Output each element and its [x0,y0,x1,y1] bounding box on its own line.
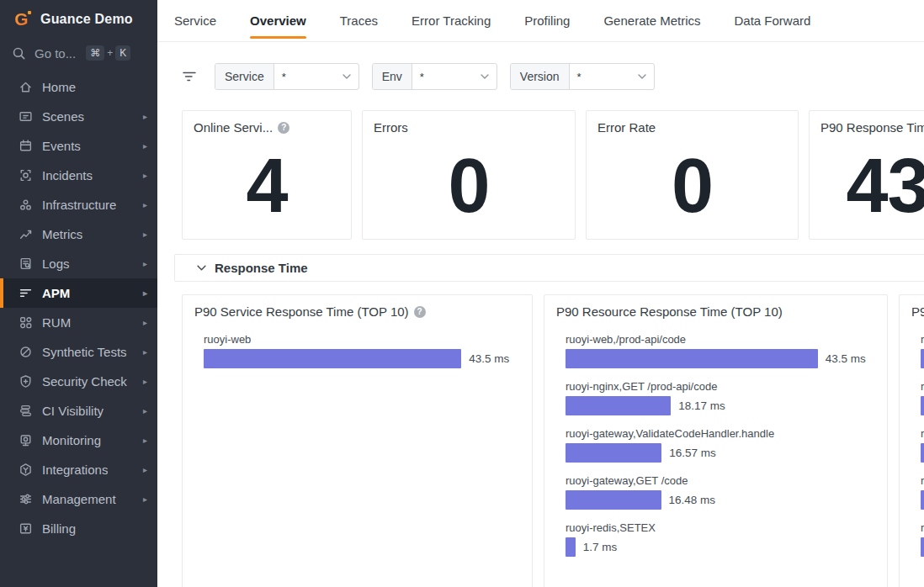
goto-search[interactable]: Go to... ⌘ + K [0,39,157,67]
sidebar-item-events[interactable]: Events▸ [0,131,157,161]
sidebar-item-label: Monitoring [42,433,101,447]
sidebar-item-label: Billing [42,521,76,536]
section-response-time[interactable]: Response Time [174,254,924,282]
bar[interactable] [921,490,924,510]
tab-service[interactable]: Service [174,0,216,41]
stat-card-value: 0 [597,148,787,224]
tab-profiling[interactable]: Profiling [524,0,570,41]
chart-rows: ruoyi-web43.5 ms [193,333,522,368]
chevron-right-icon: ▸ [143,406,147,415]
chart-card-1: P90 Service Response Time (TOP 10)?ruoyi… [182,294,533,587]
integrations-icon [19,463,33,477]
bar-label: r [921,380,924,393]
sidebar-item-integrations[interactable]: Integrations▸ [0,455,157,484]
incidents-icon [19,168,33,182]
sidebar-item-infrastructure[interactable]: Infrastructure▸ [0,190,157,219]
bar-line: 16.48 ms [566,490,877,510]
chevron-right-icon: ▸ [143,230,147,239]
filter-select-service[interactable]: * [274,64,358,89]
workspace-logo-row: G Guance Demo [0,0,157,39]
bar-line: 43.5 ms [566,349,877,368]
scenes-icon [19,109,33,124]
sidebar: G Guance Demo Go to... ⌘ + K HomeScenes▸… [0,0,157,587]
bar-label: r [921,427,924,440]
apm-icon [19,286,33,300]
sidebar-item-ci-visibility[interactable]: CI Visibility▸ [0,396,157,426]
filter-select-env[interactable]: * [412,64,497,89]
sidebar-item-metrics[interactable]: Metrics▸ [0,219,157,249]
chart-title: P90 Resource Response Time (TOP 10) [556,304,783,319]
sidebar-item-logs[interactable]: Logs▸ [0,249,157,278]
bar-value-label: 43.5 ms [826,352,866,365]
sidebar-item-label: Logs [42,256,70,271]
infrastructure-icon [19,198,33,212]
tab-data-forward[interactable]: Data Forward [735,0,811,41]
sidebar-item-synthetic-tests[interactable]: Synthetic Tests▸ [0,337,157,367]
sidebar-item-rum[interactable]: RUM▸ [0,308,157,337]
bar-line: 43.5 ms [204,349,522,368]
chart-title-row: P90 Service Response Time (TOP 10)? [193,303,522,319]
billing-icon [19,521,33,536]
sidebar-item-management[interactable]: Management▸ [0,484,157,514]
bar[interactable] [204,349,461,368]
bar[interactable] [566,537,576,557]
sidebar-item-incidents[interactable]: Incidents▸ [0,161,157,190]
filter-select-version[interactable]: * [570,64,654,89]
stat-card-online-servi: Online Servi...?4 [182,110,352,240]
bar[interactable] [921,443,924,463]
bar[interactable] [566,349,818,368]
tab-generate-metrics[interactable]: Generate Metrics [603,0,700,41]
bar[interactable] [921,396,924,415]
home-icon [19,80,33,94]
bar[interactable] [921,349,924,368]
chevron-down-icon [343,74,351,79]
chart-title-row: P90 [910,303,924,319]
security-icon [19,374,33,389]
bar[interactable] [566,443,661,463]
sidebar-item-label: Scenes [42,109,84,124]
sidebar-item-label: Security Check [42,374,127,389]
stat-card-p90-response-time: P90 Response Time43.5 [809,110,924,240]
help-icon[interactable]: ? [414,306,426,318]
bar[interactable] [921,537,924,557]
sidebar-item-label: Synthetic Tests [42,345,127,359]
tab-error-tracking[interactable]: Error Tracking [412,0,491,41]
stat-card-title-row: Error Rate [597,120,787,135]
sidebar-nav: HomeScenes▸Events▸Incidents▸Infrastructu… [0,72,157,543]
sidebar-item-label: Infrastructure [42,198,116,212]
bar-line [921,537,924,557]
bar[interactable] [566,490,661,510]
management-icon [19,492,33,506]
filter-env: Env* [372,63,497,90]
bar-row: ruoyi-gateway,ValidateCodeHandler.handle… [566,427,877,463]
bar-label: ruoyi-web,/prod-api/code [566,333,877,346]
stat-card-value: 43.5 [820,148,924,224]
sidebar-item-apm[interactable]: APM▸ [0,278,157,308]
search-icon [12,46,26,61]
tab-overview[interactable]: Overview [250,0,306,41]
chevron-right-icon: ▸ [143,436,147,445]
sidebar-item-monitoring[interactable]: Monitoring▸ [0,426,157,455]
rum-icon [19,315,33,330]
sidebar-item-label: Integrations [42,463,108,477]
sidebar-item-security-check[interactable]: Security Check▸ [0,367,157,396]
filter-toggle-icon[interactable] [182,69,197,84]
bar-row: ruoyi-nginx,GET /prod-api/code18.17 ms [566,380,877,415]
help-icon[interactable]: ? [278,122,289,134]
chart-title-row: P90 Resource Response Time (TOP 10) [555,303,877,319]
sidebar-item-scenes[interactable]: Scenes▸ [0,102,157,131]
stat-card-title: P90 Response Time [820,120,924,135]
top-tab-bar: ServiceOverviewTracesError TrackingProfi… [157,0,924,42]
bar-row: ruoyi-redis,SETEX1.7 ms [566,521,877,557]
chevron-right-icon: ▸ [143,347,147,357]
bar[interactable] [566,396,671,415]
chart-rows: ruoyi-web,/prod-api/code43.5 msruoyi-ngi… [555,333,877,557]
tab-traces[interactable]: Traces [340,0,378,41]
bar-row: r [921,333,924,368]
bar-line [921,443,924,463]
chevron-down-icon [197,265,206,271]
sidebar-item-billing[interactable]: Billing [0,514,157,543]
shortcut-plus: + [107,47,113,59]
sidebar-item-home[interactable]: Home [0,72,157,102]
sidebar-item-label: Home [42,80,76,94]
